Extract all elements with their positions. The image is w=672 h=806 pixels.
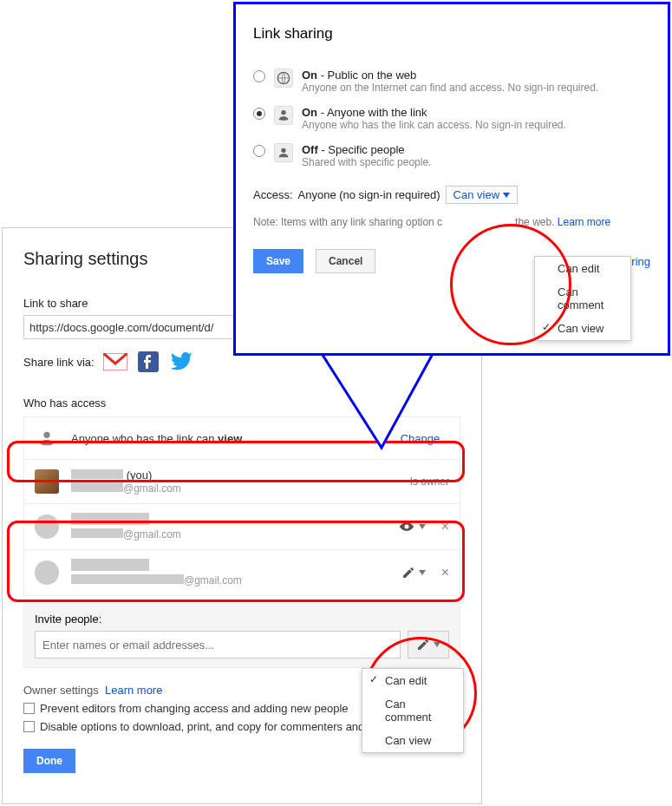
prevent-editors-label: Prevent editors from changing access and… xyxy=(40,702,349,715)
svg-point-6 xyxy=(281,119,287,121)
pencil-icon xyxy=(416,638,430,652)
invite-people-input[interactable] xyxy=(35,631,401,659)
twitter-icon[interactable] xyxy=(169,351,193,372)
done-button[interactable]: Done xyxy=(23,749,75,773)
invite-permission-dropdown[interactable] xyxy=(408,631,449,659)
access-list: Anyone who has the link can view Change.… xyxy=(23,416,460,596)
eye-icon xyxy=(398,521,415,533)
svg-point-5 xyxy=(281,110,285,115)
menu-item-can-edit[interactable]: Can edit xyxy=(535,257,630,280)
visibility-option-link[interactable]: On - Anyone with the link Anyone who has… xyxy=(253,106,650,131)
owner-identity: (you) @gmail.com xyxy=(71,469,410,495)
avatar-placeholder-icon xyxy=(35,560,59,585)
caret-down-icon xyxy=(419,524,426,529)
gmail-icon[interactable] xyxy=(103,351,127,372)
visibility-option-specific[interactable]: Off - Specific people Shared with specif… xyxy=(253,143,650,168)
user-identity: @gmail.com xyxy=(71,559,401,586)
user-identity: @gmail.com xyxy=(71,513,398,541)
access-permission-dropdown[interactable]: Can view xyxy=(446,186,518,204)
permission-dropdown[interactable] xyxy=(398,521,426,533)
visibility-option-public[interactable]: On - Public on the web Anyone on the Int… xyxy=(253,69,650,94)
globe-icon xyxy=(274,69,293,88)
invite-people-section: Invite people: xyxy=(23,603,460,668)
save-button[interactable]: Save xyxy=(253,249,303,273)
user-row: @gmail.com × xyxy=(24,550,460,595)
facebook-icon[interactable] xyxy=(136,351,160,372)
cancel-button[interactable]: Cancel xyxy=(316,249,375,273)
link-people-icon xyxy=(274,106,293,125)
owner-settings-learn-more-link[interactable]: Learn more xyxy=(105,684,162,697)
menu-item-can-view[interactable]: Can view xyxy=(535,317,630,340)
menu-item-can-view[interactable]: Can view xyxy=(362,729,463,752)
menu-item-can-comment[interactable]: Can comment xyxy=(535,280,630,317)
link-access-row: Anyone who has the link can view Change.… xyxy=(24,417,460,460)
access-permission-row: Access: Anyone (no sign-in required) Can… xyxy=(253,186,650,204)
invite-people-label: Invite people: xyxy=(35,613,449,626)
checkbox-icon xyxy=(23,703,35,714)
pencil-icon xyxy=(401,566,415,580)
person-icon xyxy=(274,143,293,162)
share-link-via-label: Share link via: xyxy=(23,356,95,369)
menu-item-can-comment[interactable]: Can comment xyxy=(362,692,463,729)
link-sharing-title: Link sharing xyxy=(253,25,650,43)
link-sharing-note: Note: Items with any link sharing option… xyxy=(253,216,650,228)
link-access-text: Anyone who has the link can view xyxy=(71,432,401,445)
avatar-placeholder-icon xyxy=(35,514,59,539)
remove-user-button[interactable]: × xyxy=(441,565,449,580)
svg-point-7 xyxy=(281,148,285,153)
svg-point-2 xyxy=(43,432,49,438)
owner-role-label: Is owner xyxy=(410,475,449,488)
menu-item-can-edit[interactable]: Can edit xyxy=(362,669,463,692)
link-sharing-dialog: Link sharing On - Public on the web Anyo… xyxy=(233,2,670,356)
user-row: @gmail.com × xyxy=(24,504,460,550)
disable-download-label: Disable options to download, print, and … xyxy=(40,720,406,733)
note-learn-more-link[interactable]: Learn more xyxy=(558,216,610,228)
remove-user-button[interactable]: × xyxy=(441,519,449,534)
user-row-owner: (you) @gmail.com Is owner xyxy=(24,460,460,504)
radio-icon xyxy=(253,108,265,120)
avatar-icon xyxy=(35,469,59,494)
invite-permission-menu: Can edit Can comment Can view xyxy=(362,668,464,753)
change-link[interactable]: Change... xyxy=(401,432,449,445)
radio-icon xyxy=(253,70,265,82)
link-people-icon xyxy=(35,426,59,450)
permission-dropdown[interactable] xyxy=(401,566,426,580)
checkbox-icon xyxy=(23,721,35,732)
caret-down-icon xyxy=(434,642,440,647)
caret-down-icon xyxy=(503,193,510,198)
caret-down-icon xyxy=(419,570,426,575)
radio-icon xyxy=(253,145,265,157)
who-has-access-label: Who has access xyxy=(23,396,460,410)
svg-rect-3 xyxy=(42,443,52,446)
access-permission-menu: Can edit Can comment Can view xyxy=(534,256,631,341)
